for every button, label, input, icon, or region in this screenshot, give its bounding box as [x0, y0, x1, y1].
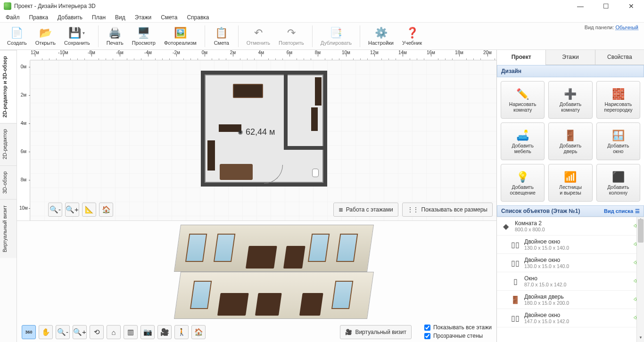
add-light-icon: 💡: [516, 170, 529, 184]
plan-canvas[interactable]: ✺ 62,44 м 🔍-🔍+📐🏠 ≣Работа с этажами⋮⋮Пока…: [30, 60, 496, 220]
object-row-room2[interactable]: ◆Комната 2800.0 x 800.0👁: [497, 217, 644, 236]
door-arc[interactable]: [264, 165, 283, 184]
furniture-tv[interactable]: [207, 140, 215, 171]
design-add-door-button[interactable]: 🚪Добавить дверь: [548, 122, 592, 160]
ruler-h-tick: -6м: [106, 50, 134, 55]
plan-zoom-in-button[interactable]: 🔍+: [65, 203, 79, 217]
design-add-room-button[interactable]: ➕Добавить комнату: [548, 81, 592, 119]
ruler-h-tick: 0м: [190, 50, 219, 55]
view3d-walk-button[interactable]: 🚶: [174, 325, 189, 339]
object-row-w1[interactable]: ▯Окно87.0 x 15.0 x 142.0👁: [497, 272, 644, 291]
menu-смета[interactable]: Смета: [156, 13, 182, 22]
view3d-rot360-button[interactable]: 360: [22, 325, 36, 339]
plan-measure-button[interactable]: 📐: [82, 203, 96, 217]
check-transparent-walls[interactable]: Прозрачные стены: [424, 333, 492, 339]
menu-вид[interactable]: Вид: [110, 13, 130, 22]
show-all-floors-checkbox[interactable]: [424, 325, 430, 331]
menu-правка[interactable]: Правка: [25, 13, 53, 22]
object-row-dw2[interactable]: ▯▯Двойное окно130.0 x 15.0 x 140.0👁: [497, 254, 644, 272]
toilet[interactable]: [312, 169, 319, 177]
left-tab-2[interactable]: 3D-обзор: [0, 165, 17, 199]
toolbar-open-button[interactable]: 📂Открыть: [31, 25, 60, 47]
toolbar-settings-button[interactable]: ⚙️Настройки: [364, 25, 398, 47]
list-view-toggle[interactable]: Вид списка ☰: [604, 208, 640, 214]
view3d-layers-button[interactable]: ▥: [124, 325, 138, 339]
view3d-zoom-out3-button[interactable]: 🔍-: [56, 325, 70, 339]
toolbar-print-button[interactable]: 🖨️Печать: [102, 25, 128, 47]
left-tab-3[interactable]: Виртуальный визит: [0, 199, 17, 258]
view3d-cam-button[interactable]: 🎥: [157, 325, 172, 339]
left-tab-0[interactable]: 2D-редактор и 3D-обзор: [0, 50, 17, 123]
menu-план[interactable]: План: [87, 13, 110, 22]
building-3d[interactable]: [177, 225, 371, 324]
add-furniture-icon: 🛋️: [516, 129, 529, 143]
toolbar-preview-button[interactable]: 🖥️Просмотр: [128, 25, 160, 47]
toolbar-help-button[interactable]: ❓Учебник: [398, 25, 426, 47]
list-icon: ☰: [635, 208, 640, 214]
view3d-home3-button[interactable]: ⌂: [107, 325, 121, 339]
view3d-zoom-in3-button[interactable]: 🔍+: [73, 325, 87, 339]
close-button[interactable]: ✕: [624, 2, 638, 10]
scrollbar[interactable]: ▲ ▼: [636, 217, 644, 342]
settings-icon: ⚙️: [374, 26, 388, 40]
toolbar-photo-button[interactable]: 🖼️Фотореализм: [160, 25, 201, 47]
check-show-all-floors[interactable]: Показывать все этажи: [424, 324, 492, 331]
view3d-shot-button[interactable]: 📷: [140, 325, 155, 339]
redo-icon: ↷: [285, 26, 298, 40]
toolbar-undo-button: ↶Отменить: [242, 25, 274, 47]
right-tab-0[interactable]: Проект: [497, 50, 545, 65]
plan-show-dims-button[interactable]: ⋮⋮Показывать все размеры: [402, 203, 493, 217]
floor-plan[interactable]: ✺ 62,44 м: [201, 71, 327, 187]
view3d-orbit-button[interactable]: ⟲: [90, 325, 104, 339]
ruler-h-tick: 8м: [304, 50, 332, 55]
scroll-down[interactable]: ▼: [637, 335, 644, 342]
object-list[interactable]: ◆Комната 2800.0 x 800.0👁▯▯Двойное окно13…: [497, 217, 644, 342]
menubar: ФайлПравкаДобавитьПланВидЭтажиСметаСправ…: [0, 12, 644, 23]
design-add-light-button[interactable]: 💡Добавить освещение: [501, 164, 545, 202]
scroll-thumb[interactable]: [638, 219, 644, 243]
right-tab-2[interactable]: Свойства: [595, 50, 644, 65]
design-draw-partition-button[interactable]: 🧱Нарисовать перегородку: [596, 81, 640, 119]
menu-справка[interactable]: Справка: [182, 13, 214, 22]
toolbar-save-button[interactable]: 💾▼Сохранить: [60, 25, 94, 47]
view3d-pan-button[interactable]: ✋: [39, 325, 53, 339]
virtual-visit-button[interactable]: 🎥 Виртуальный визит: [340, 325, 412, 339]
plan-zoom-out-button[interactable]: 🔍-: [48, 203, 62, 217]
furniture-kitchen[interactable]: [315, 77, 322, 106]
stairs-icon: 📶: [564, 170, 577, 184]
ruler-h-tick: 20м: [473, 50, 496, 55]
object-row-dd1[interactable]: 🚪Двойная дверь180.0 x 15.0 x 200.0👁: [497, 291, 644, 309]
design-add-window-button[interactable]: 🪟Добавить окно: [596, 122, 640, 160]
design-stairs-button[interactable]: 📶Лестницы и вырезы: [548, 164, 592, 202]
view-3d[interactable]: 360✋🔍-🔍+⟲⌂▥📷🎥🚶🏠 🎥 Виртуальный визит Пока…: [17, 220, 496, 342]
minimize-button[interactable]: —: [573, 2, 587, 10]
transparent-walls-checkbox[interactable]: [424, 333, 430, 339]
ruler-h-tick: -4м: [134, 50, 162, 55]
toolbar-separator: [238, 25, 239, 47]
plan-floors-work-button[interactable]: ≣Работа с этажами: [333, 203, 398, 217]
toolbar-new-button[interactable]: 📄Создать: [3, 25, 31, 47]
undo-icon: ↶: [252, 26, 265, 40]
menu-этажи[interactable]: Этажи: [130, 13, 156, 22]
new-icon: 📄: [10, 26, 24, 40]
view3d-home-view-button[interactable]: 🏠: [191, 325, 206, 339]
menu-добавить[interactable]: Добавить: [53, 13, 87, 22]
draw-partition-icon: 🧱: [612, 87, 625, 101]
open-icon: 📂: [39, 26, 52, 40]
left-tab-1[interactable]: 2D-редактор: [0, 123, 17, 165]
furniture-table[interactable]: [233, 84, 263, 98]
right-tab-1[interactable]: Этажи: [545, 50, 594, 65]
furniture-sofa[interactable]: [220, 164, 253, 180]
panel-mode-link[interactable]: Обычный: [615, 24, 638, 30]
design-add-furniture-button[interactable]: 🛋️Добавить мебель: [501, 122, 545, 160]
plan-home-button[interactable]: 🏠: [99, 203, 113, 217]
object-row-dw1[interactable]: ▯▯Двойное окно130.0 x 15.0 x 140.0👁: [497, 236, 644, 254]
maximize-button[interactable]: ☐: [599, 2, 613, 10]
toolbar-budget-button[interactable]: 📋Смета: [209, 25, 234, 47]
plan-toolbar-left: 🔍-🔍+📐🏠: [48, 203, 113, 217]
furniture-counter[interactable]: [311, 107, 318, 131]
design-add-column-button[interactable]: ⬛Добавить колонну: [596, 164, 640, 202]
menu-файл[interactable]: Файл: [1, 13, 25, 22]
object-row-dw3[interactable]: ▯▯Двойное окно147.0 x 15.0 x 142.0👁: [497, 309, 644, 327]
design-draw-room-button[interactable]: ✏️Нарисовать комнату: [501, 81, 545, 119]
